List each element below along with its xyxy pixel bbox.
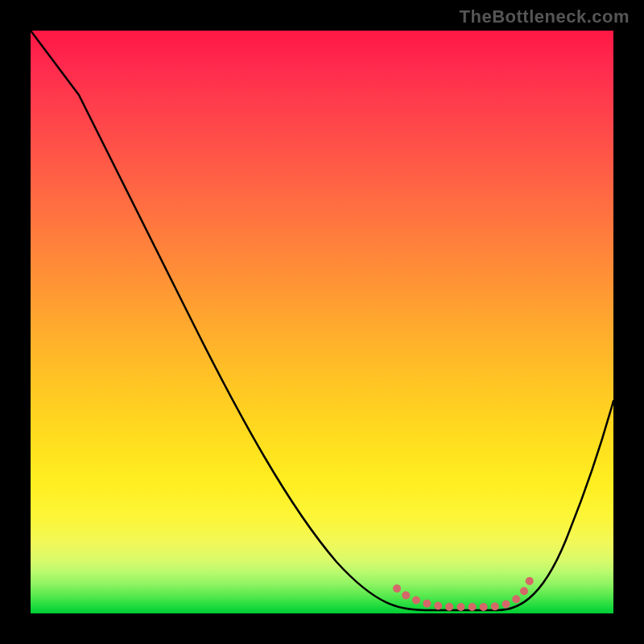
plot-area: [31, 31, 613, 613]
main-curve: [31, 31, 613, 610]
chart-container: TheBottleneck.com: [0, 0, 644, 644]
curve-svg: [31, 31, 613, 613]
bottom-accent-curve: [397, 580, 530, 607]
watermark-text: TheBottleneck.com: [460, 6, 630, 27]
